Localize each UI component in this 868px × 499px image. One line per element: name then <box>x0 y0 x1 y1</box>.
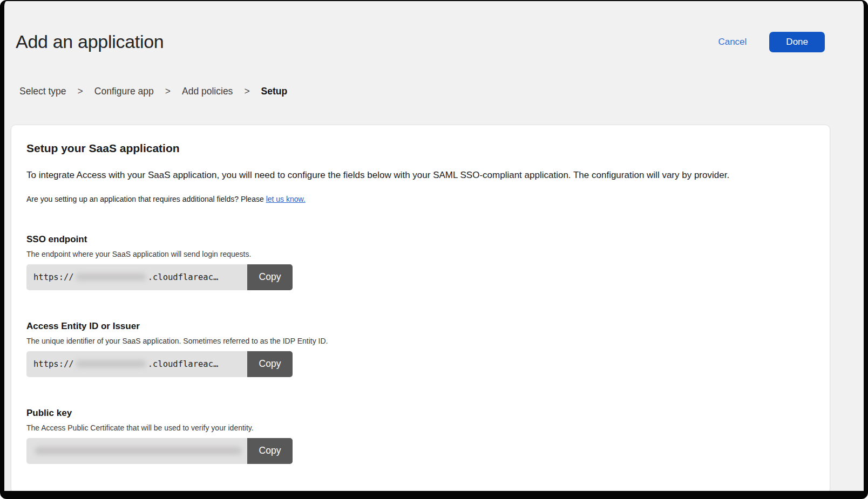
sso-endpoint-url-suffix: .cloudflareac… <box>148 272 219 282</box>
entity-id-copy-button[interactable]: Copy <box>247 351 293 377</box>
public-key-section: Public key The Access Public Certificate… <box>26 408 815 464</box>
let-us-know-link[interactable]: let us know. <box>266 195 306 203</box>
card-title: Setup your SaaS application <box>26 142 815 155</box>
breadcrumb-step-select-type[interactable]: Select type <box>19 86 66 97</box>
entity-id-url-suffix: .cloudflareac… <box>148 359 219 369</box>
redacted-team-name <box>76 360 146 367</box>
public-key-label: Public key <box>26 408 815 419</box>
entity-id-url-prefix: https:// <box>33 359 74 369</box>
setup-card: Setup your SaaS application To integrate… <box>11 125 830 494</box>
breadcrumb-separator: > <box>78 86 83 97</box>
breadcrumb-separator: > <box>244 86 249 97</box>
breadcrumb-separator: > <box>165 86 171 97</box>
entity-id-section: Access Entity ID or Issuer The unique id… <box>26 321 815 377</box>
breadcrumb: Select type > Configure app > Add polici… <box>4 86 864 97</box>
app-window: Add an application Cancel Done Select ty… <box>0 0 868 499</box>
redacted-team-name <box>76 274 146 281</box>
entity-id-description: The unique identifier of your SaaS appli… <box>26 337 815 345</box>
card-note-text: Are you setting up an application that r… <box>26 195 266 203</box>
sso-endpoint-value: https:// .cloudflareac… <box>26 264 247 290</box>
card-intro-text: To integrate Access with your SaaS appli… <box>26 169 815 182</box>
sso-endpoint-url-prefix: https:// <box>33 272 74 282</box>
public-key-value-row: Copy <box>26 438 293 464</box>
public-key-copy-button[interactable]: Copy <box>247 438 293 464</box>
entity-id-label: Access Entity ID or Issuer <box>26 321 815 332</box>
page-title: Add an application <box>16 31 164 52</box>
public-key-value <box>26 438 247 464</box>
sso-endpoint-value-row: https:// .cloudflareac… Copy <box>26 264 293 290</box>
sso-endpoint-section: SSO endpoint The endpoint where your Saa… <box>26 234 815 290</box>
page-header: Add an application Cancel Done <box>4 1 864 52</box>
header-actions: Cancel Done <box>718 32 825 52</box>
entity-id-value-row: https:// .cloudflareac… Copy <box>26 351 293 377</box>
breadcrumb-step-add-policies[interactable]: Add policies <box>182 86 233 97</box>
done-button[interactable]: Done <box>769 32 825 52</box>
sso-endpoint-label: SSO endpoint <box>26 234 815 245</box>
card-note: Are you setting up an application that r… <box>26 195 815 203</box>
redacted-certificate <box>35 447 242 455</box>
sso-endpoint-description: The endpoint where your SaaS application… <box>26 250 815 258</box>
entity-id-value: https:// .cloudflareac… <box>26 351 247 377</box>
cancel-button[interactable]: Cancel <box>718 37 747 47</box>
breadcrumb-step-configure-app[interactable]: Configure app <box>94 86 154 97</box>
public-key-description: The Access Public Certificate that will … <box>26 423 815 432</box>
breadcrumb-step-setup-current: Setup <box>261 86 288 97</box>
sso-endpoint-copy-button[interactable]: Copy <box>247 264 293 290</box>
